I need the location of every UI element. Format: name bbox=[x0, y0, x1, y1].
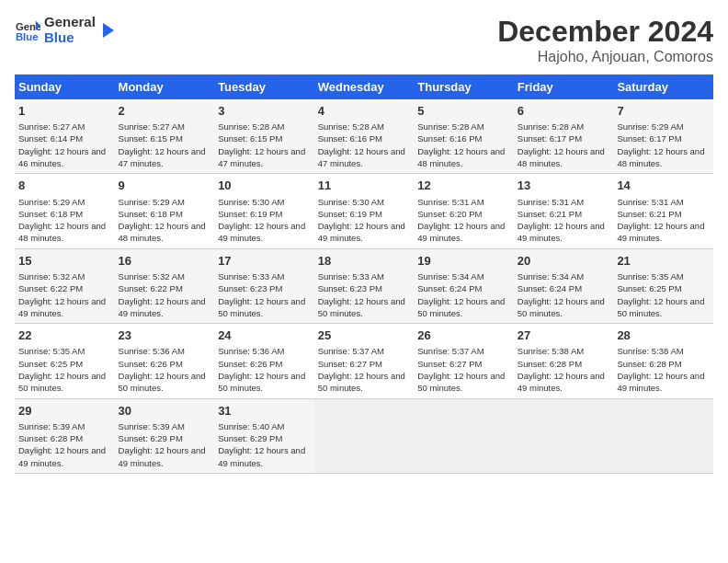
sunset-label: Sunset: 6:29 PM bbox=[119, 433, 183, 443]
table-cell: 20 Sunrise: 5:34 AM Sunset: 6:24 PM Dayl… bbox=[514, 248, 614, 323]
sunset-label: Sunset: 6:20 PM bbox=[417, 209, 482, 219]
sunset-label: Sunset: 6:28 PM bbox=[617, 359, 681, 369]
sunset-label: Sunset: 6:27 PM bbox=[318, 359, 382, 369]
sunset-label: Sunset: 6:21 PM bbox=[617, 209, 681, 219]
week-row-5: 29 Sunrise: 5:39 AM Sunset: 6:28 PM Dayl… bbox=[15, 398, 713, 473]
day-number: 14 bbox=[617, 178, 710, 194]
table-cell: 26 Sunrise: 5:37 AM Sunset: 6:27 PM Dayl… bbox=[414, 324, 514, 398]
sunrise-label: Sunrise: 5:28 AM bbox=[318, 121, 384, 132]
sunrise-label: Sunrise: 5:35 AM bbox=[18, 346, 85, 356]
sunrise-label: Sunrise: 5:32 AM bbox=[18, 271, 85, 282]
daylight-label: Daylight: 12 hours and 48 minutes. bbox=[417, 146, 505, 168]
calendar-table: Sunday Monday Tuesday Wednesday Thursday… bbox=[15, 75, 713, 474]
daylight-label: Daylight: 12 hours and 48 minutes. bbox=[518, 146, 605, 168]
col-header-sunday: Sunday bbox=[15, 75, 115, 99]
day-number: 22 bbox=[18, 327, 111, 344]
day-number: 11 bbox=[318, 178, 411, 194]
daylight-label: Daylight: 12 hours and 47 minutes. bbox=[218, 146, 305, 168]
sunset-label: Sunset: 6:16 PM bbox=[417, 133, 482, 144]
sunrise-label: Sunrise: 5:28 AM bbox=[518, 121, 584, 132]
table-cell: 4 Sunrise: 5:28 AM Sunset: 6:16 PM Dayli… bbox=[314, 99, 415, 174]
col-header-saturday: Saturday bbox=[613, 75, 713, 99]
sunset-label: Sunset: 6:19 PM bbox=[218, 209, 282, 219]
sunrise-label: Sunrise: 5:36 AM bbox=[119, 346, 185, 356]
day-number: 28 bbox=[617, 327, 710, 344]
sunrise-label: Sunrise: 5:39 AM bbox=[18, 421, 85, 431]
day-number: 9 bbox=[119, 178, 211, 194]
daylight-label: Daylight: 12 hours and 49 minutes. bbox=[617, 221, 704, 243]
daylight-label: Daylight: 12 hours and 49 minutes. bbox=[417, 221, 505, 243]
table-cell: 25 Sunrise: 5:37 AM Sunset: 6:27 PM Dayl… bbox=[314, 324, 415, 398]
table-cell: 31 Sunrise: 5:40 AM Sunset: 6:29 PM Dayl… bbox=[214, 398, 314, 473]
daylight-label: Daylight: 12 hours and 49 minutes. bbox=[18, 296, 106, 318]
table-cell bbox=[414, 398, 514, 473]
day-number: 3 bbox=[218, 103, 311, 120]
sunset-label: Sunset: 6:15 PM bbox=[218, 133, 282, 144]
day-number: 27 bbox=[518, 327, 610, 344]
day-number: 26 bbox=[417, 327, 510, 344]
day-number: 20 bbox=[518, 253, 610, 270]
sunset-label: Sunset: 6:23 PM bbox=[318, 283, 382, 293]
day-number: 16 bbox=[119, 253, 211, 270]
sunrise-label: Sunrise: 5:34 AM bbox=[417, 271, 483, 282]
daylight-label: Daylight: 12 hours and 48 minutes. bbox=[18, 221, 106, 243]
sunset-label: Sunset: 6:24 PM bbox=[417, 283, 482, 293]
day-number: 31 bbox=[218, 403, 311, 419]
daylight-label: Daylight: 12 hours and 50 minutes. bbox=[318, 371, 405, 393]
sunrise-label: Sunrise: 5:37 AM bbox=[417, 346, 483, 356]
table-cell: 16 Sunrise: 5:32 AM Sunset: 6:22 PM Dayl… bbox=[115, 248, 215, 323]
sunset-label: Sunset: 6:23 PM bbox=[218, 283, 282, 293]
location-subtitle: Hajoho, Anjouan, Comoros bbox=[497, 49, 713, 65]
table-cell: 7 Sunrise: 5:29 AM Sunset: 6:17 PM Dayli… bbox=[613, 99, 713, 174]
logo: General Blue General Blue bbox=[15, 15, 118, 45]
table-cell: 18 Sunrise: 5:33 AM Sunset: 6:23 PM Dayl… bbox=[314, 248, 415, 323]
day-number: 19 bbox=[417, 253, 510, 270]
col-header-wednesday: Wednesday bbox=[314, 75, 415, 99]
sunset-label: Sunset: 6:18 PM bbox=[18, 209, 83, 219]
col-header-friday: Friday bbox=[514, 75, 614, 99]
day-number: 24 bbox=[218, 327, 311, 344]
day-number: 5 bbox=[417, 103, 510, 120]
table-cell: 27 Sunrise: 5:38 AM Sunset: 6:28 PM Dayl… bbox=[514, 324, 614, 398]
sunrise-label: Sunrise: 5:30 AM bbox=[318, 197, 384, 207]
table-cell bbox=[514, 398, 614, 473]
daylight-label: Daylight: 12 hours and 47 minutes. bbox=[119, 146, 206, 168]
table-cell: 3 Sunrise: 5:28 AM Sunset: 6:15 PM Dayli… bbox=[214, 99, 314, 174]
sunrise-label: Sunrise: 5:37 AM bbox=[318, 346, 384, 356]
daylight-label: Daylight: 12 hours and 50 minutes. bbox=[18, 371, 106, 393]
table-cell bbox=[613, 398, 713, 473]
day-number: 4 bbox=[318, 103, 411, 120]
table-cell: 13 Sunrise: 5:31 AM Sunset: 6:21 PM Dayl… bbox=[514, 174, 614, 248]
sunrise-label: Sunrise: 5:38 AM bbox=[518, 346, 584, 356]
sunset-label: Sunset: 6:27 PM bbox=[417, 359, 482, 369]
sunrise-label: Sunrise: 5:39 AM bbox=[119, 421, 185, 431]
daylight-label: Daylight: 12 hours and 49 minutes. bbox=[518, 371, 605, 393]
sunrise-label: Sunrise: 5:35 AM bbox=[617, 271, 683, 282]
sunrise-label: Sunrise: 5:28 AM bbox=[417, 121, 483, 132]
sunset-label: Sunset: 6:28 PM bbox=[18, 433, 83, 443]
table-cell: 19 Sunrise: 5:34 AM Sunset: 6:24 PM Dayl… bbox=[414, 248, 514, 323]
day-number: 29 bbox=[18, 403, 111, 419]
sunrise-label: Sunrise: 5:28 AM bbox=[218, 121, 284, 132]
week-row-3: 15 Sunrise: 5:32 AM Sunset: 6:22 PM Dayl… bbox=[15, 248, 713, 323]
calendar-header-row: Sunday Monday Tuesday Wednesday Thursday… bbox=[15, 75, 713, 99]
daylight-label: Daylight: 12 hours and 49 minutes. bbox=[119, 296, 206, 318]
daylight-label: Daylight: 12 hours and 50 minutes. bbox=[417, 371, 505, 393]
sunrise-label: Sunrise: 5:31 AM bbox=[417, 197, 483, 207]
sunset-label: Sunset: 6:26 PM bbox=[119, 359, 183, 369]
table-cell: 15 Sunrise: 5:32 AM Sunset: 6:22 PM Dayl… bbox=[15, 248, 115, 323]
sunrise-label: Sunrise: 5:31 AM bbox=[518, 197, 584, 207]
day-number: 8 bbox=[18, 178, 111, 194]
sunset-label: Sunset: 6:17 PM bbox=[518, 133, 582, 144]
daylight-label: Daylight: 12 hours and 50 minutes. bbox=[218, 371, 305, 393]
sunset-label: Sunset: 6:14 PM bbox=[18, 133, 83, 144]
day-number: 13 bbox=[518, 178, 610, 194]
week-row-1: 1 Sunrise: 5:27 AM Sunset: 6:14 PM Dayli… bbox=[15, 99, 713, 174]
table-cell: 21 Sunrise: 5:35 AM Sunset: 6:25 PM Dayl… bbox=[613, 248, 713, 323]
table-cell: 1 Sunrise: 5:27 AM Sunset: 6:14 PM Dayli… bbox=[15, 99, 115, 174]
table-cell: 8 Sunrise: 5:29 AM Sunset: 6:18 PM Dayli… bbox=[15, 174, 115, 248]
sunrise-label: Sunrise: 5:40 AM bbox=[218, 421, 284, 431]
sunset-label: Sunset: 6:29 PM bbox=[218, 433, 282, 443]
daylight-label: Daylight: 12 hours and 49 minutes. bbox=[218, 445, 305, 467]
table-cell bbox=[314, 398, 415, 473]
